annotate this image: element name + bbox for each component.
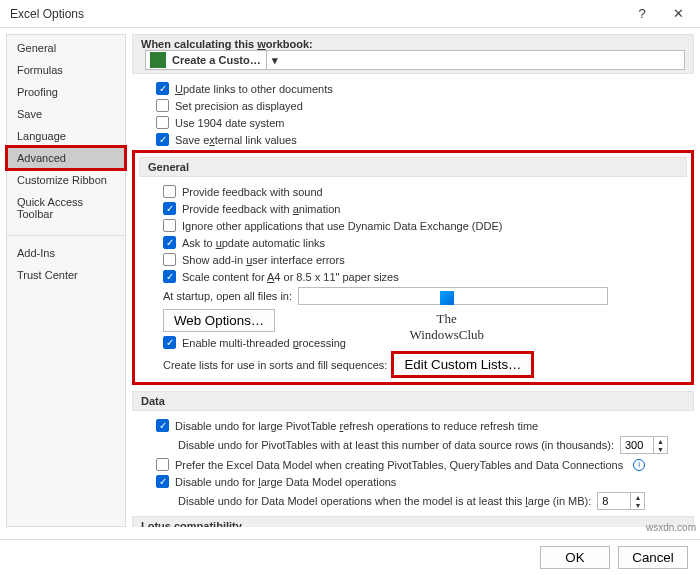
edit-custom-lists-button[interactable]: Edit Custom Lists…	[393, 353, 532, 376]
lbl-undo-rows: Disable undo for PivotTables with at lea…	[178, 439, 614, 451]
sidebar-item-customize-ribbon[interactable]: Customize Ribbon	[7, 169, 125, 191]
window-title: Excel Options	[10, 7, 624, 21]
lbl-multithread: Enable multi-threaded processing	[182, 337, 346, 349]
chk-dde[interactable]	[163, 219, 176, 232]
lbl-scale: Scale content for A4 or 8.5 x 11" paper …	[182, 271, 399, 283]
dm-size-value[interactable]	[598, 493, 630, 509]
lbl-set-precision: Set precision as displayed	[175, 100, 303, 112]
chk-sound[interactable]	[163, 185, 176, 198]
data-header: Data	[132, 391, 694, 411]
lbl-anim: Provide feedback with animation	[182, 203, 340, 215]
dialog-footer: OK Cancel	[0, 539, 700, 575]
spin-down[interactable]: ▼	[631, 501, 644, 509]
calc-header: When calculating this workbook: Create a…	[132, 34, 694, 74]
info-icon[interactable]: i	[633, 459, 645, 471]
chk-undo-dm[interactable]	[156, 475, 169, 488]
chk-set-precision[interactable]	[156, 99, 169, 112]
chk-undo-pivot[interactable]	[156, 419, 169, 432]
lbl-dde: Ignore other applications that use Dynam…	[182, 220, 502, 232]
sidebar-item-quick-access[interactable]: Quick Access Toolbar	[7, 191, 125, 225]
lbl-undo-dm: Disable undo for large Data Model operat…	[175, 476, 396, 488]
chk-anim[interactable]	[163, 202, 176, 215]
chk-scale[interactable]	[163, 270, 176, 283]
lbl-sound: Provide feedback with sound	[182, 186, 323, 198]
sidebar-item-general[interactable]: General	[7, 37, 125, 59]
cancel-button[interactable]: Cancel	[618, 546, 688, 569]
spin-up[interactable]: ▲	[654, 437, 667, 445]
close-button[interactable]: ✕	[660, 0, 696, 28]
lbl-1904: Use 1904 date system	[175, 117, 284, 129]
sidebar-item-formulas[interactable]: Formulas	[7, 59, 125, 81]
chk-prefer-model[interactable]	[156, 458, 169, 471]
chk-addin-err[interactable]	[163, 253, 176, 266]
sidebar-item-language[interactable]: Language	[7, 125, 125, 147]
sidebar-item-advanced[interactable]: Advanced	[7, 147, 125, 169]
lbl-addin-err: Show add-in user interface errors	[182, 254, 345, 266]
startup-path-input[interactable]	[298, 287, 608, 305]
sidebar: General Formulas Proofing Save Language …	[6, 34, 126, 527]
pivot-rows-spinner[interactable]: ▲▼	[620, 436, 668, 454]
lbl-ask-update: Ask to update automatic links	[182, 237, 325, 249]
spin-up[interactable]: ▲	[631, 493, 644, 501]
chk-ask-update[interactable]	[163, 236, 176, 249]
lbl-startup: At startup, open all files in:	[163, 290, 292, 302]
lbl-prefer-model: Prefer the Excel Data Model when creatin…	[175, 459, 623, 471]
chk-multithread[interactable]	[163, 336, 176, 349]
sidebar-item-save[interactable]: Save	[7, 103, 125, 125]
sidebar-item-trust-center[interactable]: Trust Center	[7, 264, 125, 286]
sidebar-item-addins[interactable]: Add-Ins	[7, 242, 125, 264]
spin-down[interactable]: ▼	[654, 445, 667, 453]
lotus-header: Lotus compatibility	[132, 516, 694, 527]
ok-button[interactable]: OK	[540, 546, 610, 569]
lbl-update-links: Update links to other documents	[175, 83, 333, 95]
general-section-highlight: General Provide feedback with sound Prov…	[132, 150, 694, 385]
general-header: General	[139, 157, 687, 177]
sidebar-item-proofing[interactable]: Proofing	[7, 81, 125, 103]
chk-save-ext[interactable]	[156, 133, 169, 146]
workbook-combo[interactable]: Create a Custom Li… ▾	[145, 50, 685, 70]
content-pane: When calculating this workbook: Create a…	[132, 34, 694, 527]
lbl-custom-lists: Create lists for use in sorts and fill s…	[163, 359, 387, 371]
chk-1904[interactable]	[156, 116, 169, 129]
lbl-undo-pivot: Disable undo for large PivotTable refres…	[175, 420, 538, 432]
pivot-rows-value[interactable]	[621, 437, 653, 453]
chk-update-links[interactable]	[156, 82, 169, 95]
lbl-dm-size: Disable undo for Data Model operations w…	[178, 495, 591, 507]
excel-icon	[150, 52, 166, 68]
lbl-save-ext: Save external link values	[175, 134, 297, 146]
chevron-down-icon[interactable]: ▾	[266, 51, 282, 69]
web-options-button[interactable]: Web Options…	[163, 309, 275, 332]
help-button[interactable]: ?	[624, 0, 660, 28]
titlebar: Excel Options ? ✕	[0, 0, 700, 28]
dm-size-spinner[interactable]: ▲▼	[597, 492, 645, 510]
